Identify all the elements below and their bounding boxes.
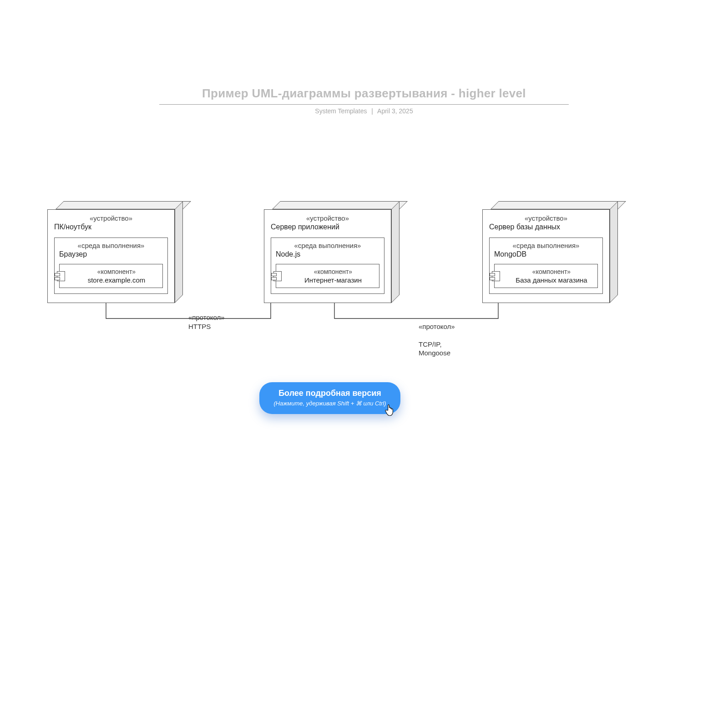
stereotype-component: «компонент» bbox=[292, 268, 374, 275]
node-top-face bbox=[272, 201, 408, 209]
connection-pc-app-label: «протокол» HTTPS bbox=[188, 313, 225, 331]
node-db-server[interactable]: «устройство» Сервер базы данных «среда в… bbox=[482, 209, 610, 303]
node-top-face bbox=[56, 201, 191, 209]
protocol-https: HTTPS bbox=[188, 322, 225, 331]
component-store[interactable]: «компонент» store.example.com bbox=[59, 264, 163, 288]
node-side-face bbox=[610, 201, 618, 303]
node-front-face: «устройство» Сервер приложений «среда вы… bbox=[264, 209, 391, 303]
header-rule bbox=[159, 104, 569, 105]
node-pc-laptop[interactable]: «устройство» ПК/ноутбук «среда выполнени… bbox=[47, 209, 175, 303]
connection-app-db-label: «протокол» TCP/IP, Mongoose bbox=[419, 313, 455, 366]
stereotype-env: «среда выполнения» bbox=[59, 242, 163, 249]
node-side-face bbox=[391, 201, 399, 303]
stereotype-component: «компонент» bbox=[510, 268, 593, 275]
component-icon bbox=[273, 271, 282, 281]
stereotype-device: «устройство» bbox=[271, 214, 384, 222]
env-nodejs-name: Node.js bbox=[276, 250, 379, 258]
cta-title: Более подробная версия bbox=[270, 389, 389, 398]
component-icon bbox=[492, 271, 500, 281]
node-top-face bbox=[490, 201, 626, 209]
env-mongodb[interactable]: «среда выполнения» MongoDB «компонент» Б… bbox=[489, 238, 603, 294]
component-webstore-name: Интернет-магазин bbox=[292, 276, 374, 284]
node-dbserver-name: Сервер базы данных bbox=[489, 223, 603, 231]
env-browser[interactable]: «среда выполнения» Браузер «компонент» s… bbox=[54, 238, 168, 294]
node-front-face: «устройство» Сервер базы данных «среда в… bbox=[482, 209, 610, 303]
component-icon bbox=[57, 271, 65, 281]
diagram-header: Пример UML-диаграммы развертывания - hig… bbox=[159, 86, 569, 115]
env-browser-name: Браузер bbox=[59, 250, 163, 258]
stereotype-protocol: «протокол» bbox=[419, 322, 455, 331]
stereotype-env: «среда выполнения» bbox=[494, 242, 598, 249]
stereotype-protocol: «протокол» bbox=[188, 313, 225, 322]
more-detailed-version-button[interactable]: Более подробная версия (Нажмите, удержив… bbox=[259, 382, 400, 414]
separator: | bbox=[371, 107, 373, 115]
diagram-title: Пример UML-диаграммы развертывания - hig… bbox=[159, 86, 569, 101]
node-appserver-name: Сервер приложений bbox=[271, 223, 384, 231]
component-webstore[interactable]: «компонент» Интернет-магазин bbox=[276, 264, 379, 288]
node-side-face bbox=[175, 201, 183, 303]
env-nodejs[interactable]: «среда выполнения» Node.js «компонент» И… bbox=[271, 238, 384, 294]
node-front-face: «устройство» ПК/ноутбук «среда выполнени… bbox=[47, 209, 175, 303]
node-app-server[interactable]: «устройство» Сервер приложений «среда вы… bbox=[264, 209, 391, 303]
node-pc-name: ПК/ноутбук bbox=[54, 223, 168, 231]
diagram-subtitle: System Templates | April 3, 2025 bbox=[159, 107, 569, 115]
diagram-author: System Templates bbox=[315, 107, 367, 115]
stereotype-device: «устройство» bbox=[489, 214, 603, 222]
cta-subtitle: (Нажмите, удерживая Shift + ⌘ или Ctrl) bbox=[270, 400, 389, 407]
stereotype-component: «компонент» bbox=[75, 268, 158, 275]
diagram-date: April 3, 2025 bbox=[377, 107, 413, 115]
stereotype-env: «среда выполнения» bbox=[276, 242, 379, 249]
stereotype-device: «устройство» bbox=[54, 214, 168, 222]
component-database-name: База данных магазина bbox=[510, 276, 593, 284]
component-store-name: store.example.com bbox=[75, 276, 158, 284]
component-database[interactable]: «компонент» База данных магазина bbox=[494, 264, 598, 288]
env-mongodb-name: MongoDB bbox=[494, 250, 598, 258]
cursor-hand-icon bbox=[382, 401, 399, 418]
protocol-tcpip: TCP/IP, Mongoose bbox=[419, 340, 455, 358]
